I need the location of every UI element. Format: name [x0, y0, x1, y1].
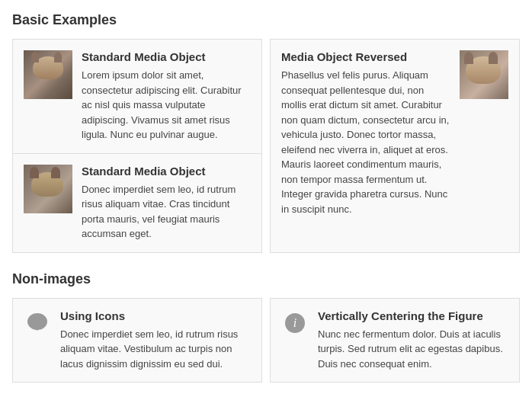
media-object-1: Standard Media Object Lorem ipsum dolor …	[24, 50, 251, 142]
icon-text-1: Donec imperdiet sem leo, id rutrum risus…	[60, 327, 251, 372]
media-title-2: Standard Media Object	[82, 165, 251, 178]
icon-text-2: Nunc nec fermentum dolor. Duis at iaculi…	[318, 327, 508, 372]
media-text-1: Lorem ipsum dolor sit amet, consectetur …	[82, 68, 251, 142]
icon-media-body-2: Vertically Centering the Figure Nunc nec…	[318, 309, 508, 372]
cat-image-2	[24, 165, 72, 213]
left-column: Standard Media Object Lorem ipsum dolor …	[12, 39, 262, 253]
media-object-2: Standard Media Object Donec imperdiet se…	[24, 165, 251, 242]
icon-media-body-1: Using Icons Donec imperdiet sem leo, id …	[60, 309, 251, 372]
icon-title-1: Using Icons	[60, 309, 251, 322]
non-images-grid: Using Icons Donec imperdiet sem leo, id …	[12, 298, 520, 383]
icons-card: Using Icons Donec imperdiet sem leo, id …	[12, 298, 262, 383]
media-body-2: Standard Media Object Donec imperdiet se…	[82, 165, 251, 242]
reversed-media-card: Media Object Reversed Phasellus vel feli…	[270, 39, 520, 253]
icon-media-2: i Vertically Centering the Figure Nunc n…	[281, 309, 508, 372]
media-body-1: Standard Media Object Lorem ipsum dolor …	[82, 50, 251, 142]
bubble-icon	[24, 309, 51, 337]
standard-media-card-1: Standard Media Object Lorem ipsum dolor …	[13, 40, 261, 154]
section1-title: Basic Examples	[12, 12, 520, 28]
info-icon: i	[281, 309, 309, 337]
media-text-reversed: Phasellus vel felis purus. Aliquam conse…	[281, 68, 450, 216]
cat-image-1	[24, 50, 72, 99]
standard-media-card-2: Standard Media Object Donec imperdiet se…	[13, 154, 261, 252]
icon-title-2: Vertically Centering the Figure	[318, 309, 508, 322]
section2-title: Non-images	[12, 271, 520, 287]
vcenter-card: i Vertically Centering the Figure Nunc n…	[270, 298, 520, 383]
svg-text:i: i	[293, 316, 296, 329]
media-title-1: Standard Media Object	[82, 50, 251, 63]
basic-examples-grid: Standard Media Object Lorem ipsum dolor …	[12, 39, 520, 253]
media-body-reversed: Media Object Reversed Phasellus vel feli…	[281, 50, 450, 216]
icon-media-1: Using Icons Donec imperdiet sem leo, id …	[24, 309, 251, 372]
cat-image-reversed	[460, 50, 508, 99]
media-object-reversed: Media Object Reversed Phasellus vel feli…	[281, 50, 508, 216]
media-text-2: Donec imperdiet sem leo, id rutrum risus…	[82, 182, 251, 242]
media-title-reversed: Media Object Reversed	[281, 50, 450, 63]
svg-point-0	[27, 313, 47, 330]
